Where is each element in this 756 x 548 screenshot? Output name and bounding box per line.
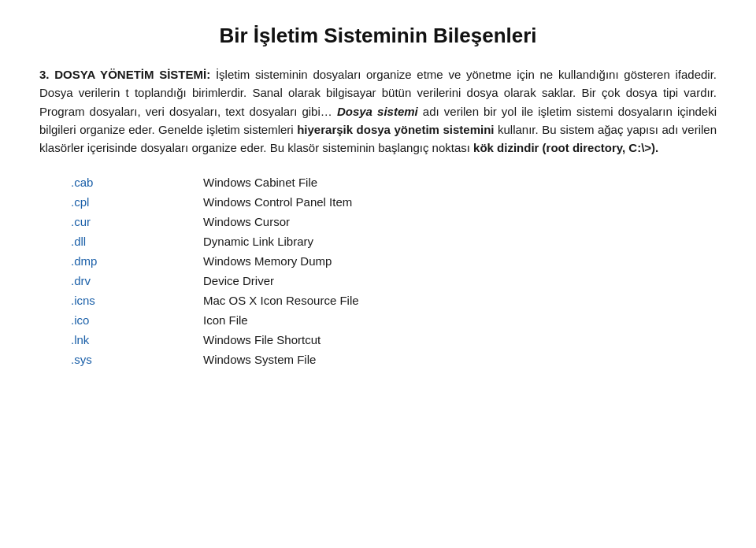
file-description: Mac OS X Icon Resource File — [197, 291, 717, 310]
file-description: Windows Memory Dump — [197, 251, 717, 271]
section-bold-dosya-sistemi: Dosya sistemi — [337, 105, 418, 118]
file-extension: .ico — [39, 310, 197, 330]
file-types-table: .cabWindows Cabinet File.cplWindows Cont… — [39, 172, 717, 369]
section-paragraph-1: 3. DOSYA YÖNETİM SİSTEMİ: İşletim sistem… — [39, 65, 717, 157]
table-row: .lnkWindows File Shortcut — [39, 330, 717, 350]
section-bold-hiyerarsik: hiyerarşik dosya yönetim sistemini — [297, 123, 494, 136]
table-row: .curWindows Cursor — [39, 212, 717, 231]
section-number: 3. — [39, 68, 50, 81]
section-bold-kok: kök dizindir (root directory, C:\>). — [473, 141, 658, 154]
table-row: .dmpWindows Memory Dump — [39, 251, 717, 271]
file-description: Windows System File — [197, 350, 717, 369]
file-description: Windows Control Panel Item — [197, 192, 717, 212]
file-extension: .dmp — [39, 251, 197, 271]
file-extension: .dll — [39, 231, 197, 251]
file-extension: .drv — [39, 271, 197, 291]
page-title: Bir İşletim Sisteminin Bileşenleri — [39, 24, 717, 48]
file-description: Dynamic Link Library — [197, 231, 717, 251]
table-row: .cabWindows Cabinet File — [39, 172, 717, 192]
file-extension: .cab — [39, 172, 197, 192]
file-extension: .cpl — [39, 192, 197, 212]
table-row: .sysWindows System File — [39, 350, 717, 369]
file-description: Windows File Shortcut — [197, 330, 717, 350]
file-extension: .sys — [39, 350, 197, 369]
file-description: Windows Cursor — [197, 212, 717, 231]
file-description: Windows Cabinet File — [197, 172, 717, 192]
table-row: .dllDynamic Link Library — [39, 231, 717, 251]
file-extension: .icns — [39, 291, 197, 310]
table-row: .cplWindows Control Panel Item — [39, 192, 717, 212]
file-extension: .lnk — [39, 330, 197, 350]
file-description: Device Driver — [197, 271, 717, 291]
table-row: .icoIcon File — [39, 310, 717, 330]
table-row: .icnsMac OS X Icon Resource File — [39, 291, 717, 310]
file-extension: .cur — [39, 212, 197, 231]
section-heading: DOSYA YÖNETİM SİSTEMİ: — [50, 68, 211, 81]
file-description: Icon File — [197, 310, 717, 330]
table-row: .drvDevice Driver — [39, 271, 717, 291]
